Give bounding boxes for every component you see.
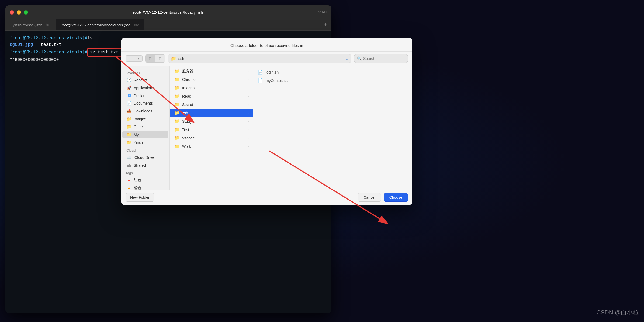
sidebar-label-tag-orange: 橙色 — [134, 186, 141, 190]
folder-icon: 📁 — [174, 119, 179, 124]
dialog-header: Choose a folder to place received files … — [121, 38, 412, 52]
folder-item-read[interactable]: 📁 Read › — [170, 92, 253, 100]
sidebar: Favorites 🕐 Recents 🚀 Applications 🖥 Des… — [121, 66, 170, 190]
recents-icon: 🕐 — [127, 78, 131, 83]
icloud-drive-icon: ☁️ — [127, 155, 131, 160]
terminal-title: root@VM-12-12-centos:/usr/local/yinsls — [133, 10, 204, 15]
search-icon: 🔍 — [357, 56, 362, 61]
sidebar-item-yinsls[interactable]: 📁 Yinsls — [122, 139, 168, 146]
search-bar: 🔍 — [354, 54, 408, 63]
new-folder-button[interactable]: New Folder — [126, 193, 154, 202]
desktop-icon: 🖥 — [127, 93, 131, 98]
tag-orange-icon: ● — [127, 186, 131, 190]
dialog-title: Choose a folder to place received files … — [230, 43, 303, 48]
folder-icon: 📁 — [174, 127, 179, 132]
maximize-button[interactable] — [24, 10, 28, 15]
folder-item-study[interactable]: 📁 Study › — [170, 117, 253, 125]
nav-buttons: ‹ › — [126, 55, 143, 62]
favorites-label: Favorites — [121, 69, 169, 76]
tab-bar: ..yinsls/my/ssh (-zsh) ⌘1 root@VM-12-12-… — [5, 19, 331, 31]
location-bar: 📁 ssh ⌄ — [168, 54, 351, 63]
sidebar-item-tag-red[interactable]: ● 红色 — [122, 176, 168, 184]
folder-icon: 📁 — [174, 135, 179, 141]
sidebar-label-shared: Shared — [134, 163, 146, 167]
folder-icon: 📁 — [174, 110, 179, 115]
folder-item-work[interactable]: 📁 Work › — [170, 142, 253, 150]
sidebar-item-desktop[interactable]: 🖥 Desktop — [122, 92, 168, 99]
sidebar-label-icloud-drive: iCloud Drive — [134, 155, 154, 160]
tab-1-label: ..yinsls/my/ssh (-zsh) — [11, 23, 43, 27]
watermark: CSDN @白小粒 — [596, 309, 639, 317]
tab-1[interactable]: ..yinsls/my/ssh (-zsh) ⌘1 — [5, 19, 56, 30]
back-button[interactable]: ‹ — [126, 55, 134, 62]
grid-view-button[interactable]: ⊟ — [155, 55, 165, 62]
preview-file-name-mycentos: myCentos.ssh — [266, 78, 290, 83]
dialog-toolbar: ‹ › ⊞ ⊟ 📁 ssh ⌄ 🔍 — [121, 52, 412, 66]
sidebar-item-applications[interactable]: 🚀 Applications — [122, 84, 168, 92]
terminal-titlebar: root@VM-12-12-centos:/usr/local/yinsls ⌥… — [5, 5, 331, 19]
tab-2-label: root@VM-12-12-centos:/usr/local/yinsls (… — [62, 23, 132, 27]
new-tab-button[interactable]: + — [320, 22, 331, 28]
preview-column: 📄 login.sh 📄 myCentos.ssh — [253, 66, 412, 190]
applications-icon: 🚀 — [127, 85, 131, 90]
footer-buttons: Cancel Choose — [358, 193, 408, 202]
folder-item-chrome[interactable]: 📁 Chrome › — [170, 75, 253, 84]
sidebar-item-icloud-drive[interactable]: ☁️ iCloud Drive — [122, 154, 168, 161]
sidebar-item-my[interactable]: 📁 My — [122, 131, 168, 138]
sidebar-item-downloads[interactable]: 📥 Downloads — [122, 107, 168, 115]
documents-icon: 📄 — [127, 101, 131, 106]
icloud-label: iCloud — [121, 146, 169, 153]
file-list-area: 📁 服务器 › 📁 Chrome › 📁 Images › 📁 Read — [170, 66, 412, 190]
dialog-footer: New Folder Cancel Choose — [121, 190, 412, 205]
folder-item-ssh[interactable]: 📁 ssh › — [170, 109, 253, 117]
preview-file-mycentos: 📄 myCentos.ssh — [253, 76, 412, 85]
folder-icon: 📁 — [174, 94, 179, 99]
sidebar-label-desktop: Desktop — [134, 94, 147, 98]
sidebar-item-shared[interactable]: 🖧 Shared — [122, 162, 168, 169]
folder-item-images[interactable]: 📁 Images › — [170, 84, 253, 92]
location-folder-icon: 📁 — [171, 56, 176, 61]
search-input[interactable] — [363, 56, 401, 61]
tab-2[interactable]: root@VM-12-12-centos:/usr/local/yinsls (… — [56, 19, 144, 30]
folder-item-vscode[interactable]: 📁 Vscode › — [170, 134, 253, 142]
traffic-lights — [10, 10, 28, 15]
preview-file-login: 📄 login.sh — [253, 68, 412, 76]
location-dropdown-icon[interactable]: ⌄ — [345, 56, 348, 61]
sidebar-label-applications: Applications — [134, 86, 154, 90]
sidebar-label-downloads: Downloads — [134, 109, 152, 113]
folder-item-secret[interactable]: 📁 Secret › — [170, 100, 253, 109]
terminal-shortcut: ⌥⌘1 — [318, 10, 327, 14]
folder-icon: 📁 — [174, 85, 179, 90]
sidebar-label-images: Images — [134, 117, 146, 121]
folder-item-fuwuqi[interactable]: 📁 服务器 › — [170, 67, 253, 75]
sidebar-label-yinsls: Yinsls — [134, 140, 144, 145]
folder-icon: 📁 — [174, 102, 179, 107]
cancel-button[interactable]: Cancel — [358, 193, 381, 202]
sidebar-item-gitee[interactable]: 📁 Gitee — [122, 123, 168, 131]
tag-red-icon: ● — [127, 178, 131, 183]
sidebar-label-recents: Recents — [134, 78, 147, 82]
gitee-icon: 📁 — [127, 124, 131, 129]
shared-icon: 🖧 — [127, 163, 131, 167]
view-toggle: ⊞ ⊟ — [145, 54, 165, 63]
location-text: ssh — [178, 56, 343, 61]
choose-button[interactable]: Choose — [384, 193, 408, 202]
sidebar-item-images[interactable]: 📁 Images — [122, 115, 168, 123]
close-button[interactable] — [10, 10, 14, 15]
images-icon: 📁 — [127, 117, 131, 121]
sidebar-label-gitee: Gitee — [134, 125, 143, 129]
file-icon: 📄 — [258, 78, 263, 83]
sidebar-item-recents[interactable]: 🕐 Recents — [122, 76, 168, 84]
tags-label: Tags — [121, 169, 169, 176]
sidebar-item-tag-orange[interactable]: ● 橙色 — [122, 184, 168, 190]
sidebar-item-documents[interactable]: 📄 Documents — [122, 100, 168, 107]
column-view-button[interactable]: ⊞ — [146, 55, 155, 62]
forward-button[interactable]: › — [134, 55, 143, 62]
sidebar-label-tag-red: 红色 — [134, 178, 141, 183]
folder-icon: 📁 — [174, 144, 179, 149]
tab-2-shortcut: ⌘2 — [134, 23, 139, 27]
minimize-button[interactable] — [17, 10, 21, 15]
dialog-body: Favorites 🕐 Recents 🚀 Applications 🖥 Des… — [121, 66, 412, 190]
downloads-icon: 📥 — [127, 109, 131, 114]
folder-item-test[interactable]: 📁 Test › — [170, 125, 253, 134]
